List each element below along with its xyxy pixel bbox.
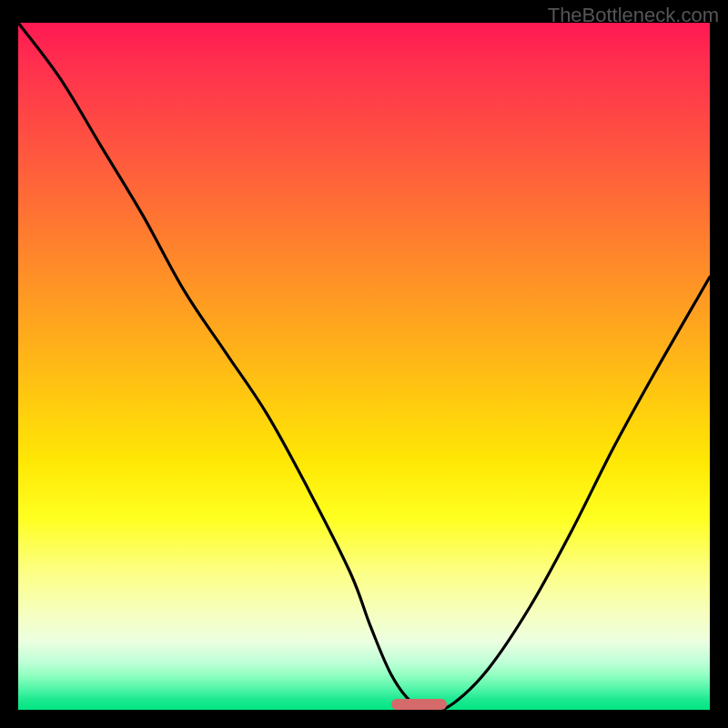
watermark-text: TheBottleneck.com (548, 4, 719, 27)
chart-plot-area (18, 23, 710, 710)
chart-curve-svg (18, 23, 710, 710)
bottleneck-curve-line (18, 23, 710, 710)
optimal-range-marker (391, 699, 447, 710)
